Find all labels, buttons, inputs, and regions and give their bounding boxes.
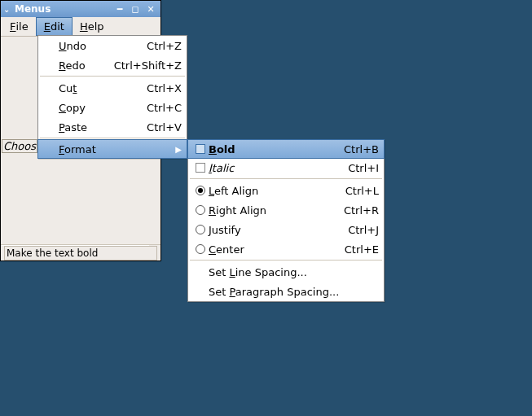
statusbar: Make the text bold xyxy=(1,244,160,261)
menu-item-paragraph-spacing[interactable]: Set Paragraph Spacing... xyxy=(188,282,384,301)
radio-icon xyxy=(196,205,205,215)
window-menu-icon[interactable]: ⌄ xyxy=(3,5,11,14)
menu-separator xyxy=(40,76,185,77)
menu-item-cut[interactable]: Cut Ctrl+X xyxy=(38,78,187,98)
menu-item-copy[interactable]: Copy Ctrl+C xyxy=(38,98,187,117)
menu-item-left-align[interactable]: Left Align Ctrl+L xyxy=(188,181,384,200)
titlebar[interactable]: ⌄ Menus ━ ◻ ✕ xyxy=(1,1,160,17)
choose-label: Choos xyxy=(2,139,37,153)
minimize-button[interactable]: ━ xyxy=(112,2,127,15)
menu-item-undo[interactable]: Undo Ctrl+Z xyxy=(38,36,187,55)
menu-item-format[interactable]: Format ▶ xyxy=(37,139,187,159)
maximize-button[interactable]: ◻ xyxy=(128,2,143,15)
checkbox-icon xyxy=(196,144,205,154)
menubar: File Edit Help xyxy=(1,17,160,37)
menu-item-bold[interactable]: Bold Ctrl+B xyxy=(187,139,385,159)
menu-item-right-align[interactable]: Right Align Ctrl+R xyxy=(188,200,384,220)
menu-item-line-spacing[interactable]: Set Line Spacing... xyxy=(188,262,384,282)
menu-file[interactable]: File xyxy=(2,17,36,36)
submenu-arrow-icon: ▶ xyxy=(174,145,182,154)
menu-separator xyxy=(190,260,382,261)
menu-item-paste[interactable]: Paste Ctrl+V xyxy=(38,117,187,137)
format-dropdown: Bold Ctrl+B Italic Ctrl+I Left Align Ctr… xyxy=(187,139,385,302)
menu-edit[interactable]: Edit xyxy=(36,17,73,36)
menu-separator xyxy=(190,178,382,180)
edit-dropdown: Undo Ctrl+Z Redo Ctrl+Shift+Z Cut Ctrl+X… xyxy=(37,35,187,159)
close-button[interactable]: ✕ xyxy=(143,2,158,15)
menu-item-center[interactable]: Center Ctrl+E xyxy=(188,239,384,259)
menu-item-italic[interactable]: Italic Ctrl+I xyxy=(188,158,384,177)
menu-item-justify[interactable]: Justify Ctrl+J xyxy=(188,220,384,239)
radio-icon xyxy=(196,244,205,254)
window-title: Menus xyxy=(15,3,112,15)
radio-icon xyxy=(196,186,205,195)
checkbox-icon xyxy=(196,163,205,173)
status-text: Make the text bold xyxy=(4,246,157,261)
menu-help[interactable]: Help xyxy=(73,17,112,36)
menu-item-redo[interactable]: Redo Ctrl+Shift+Z xyxy=(38,55,187,75)
radio-icon xyxy=(196,225,205,234)
